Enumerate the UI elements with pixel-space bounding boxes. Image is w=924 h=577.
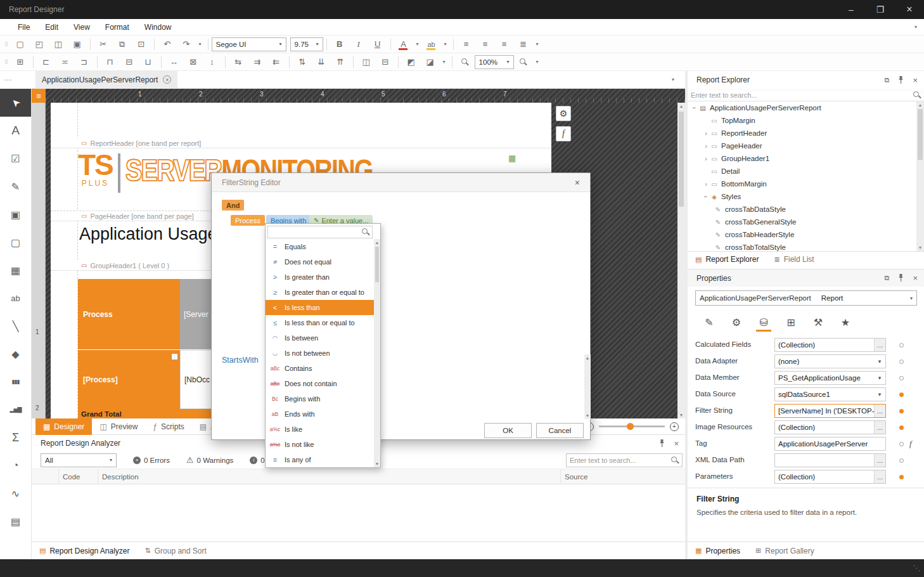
- picturebox-tool[interactable]: ▣: [0, 200, 31, 228]
- property-row-data-adapter[interactable]: Data Adapter (none)▾: [688, 353, 924, 370]
- favorites-star-icon[interactable]: ★: [835, 313, 856, 332]
- design-vertical-scrollbar[interactable]: ▲ ▼: [677, 103, 685, 418]
- dialog-scrollbar[interactable]: ▲ ▼: [584, 354, 591, 419]
- font-name-combo[interactable]: Segoe UI ▾: [212, 37, 286, 51]
- same-size-button[interactable]: ⊠: [184, 55, 203, 70]
- selected-object-combo[interactable]: ApplicationUsagePerServerReport Report ▾: [695, 290, 917, 306]
- data-category-icon[interactable]: ⛁: [754, 313, 774, 332]
- behavior-gear-icon[interactable]: ⚙: [726, 313, 747, 332]
- font-size-combo[interactable]: 9.75 ▾: [290, 37, 323, 51]
- table-tool[interactable]: ▦: [0, 256, 31, 284]
- property-row-xml-data-path[interactable]: XML Data Path …: [688, 452, 924, 469]
- richtext-tool[interactable]: ✎: [0, 172, 31, 200]
- summary-tool[interactable]: Σ: [0, 424, 31, 451]
- group-operator-chip[interactable]: And: [222, 200, 244, 211]
- report-title-label[interactable]: Application Usage p: [79, 224, 231, 244]
- pointer-tool[interactable]: ➤: [0, 89, 31, 117]
- scroll-up-icon[interactable]: ▲: [374, 240, 380, 245]
- column-description[interactable]: Description: [98, 469, 561, 484]
- column-code[interactable]: Code: [59, 469, 98, 484]
- dropdown-arrow-icon[interactable]: ▾: [874, 372, 885, 384]
- snap-to-grid-button[interactable]: ⊞: [11, 55, 30, 70]
- property-value[interactable]: sqlDataSource1: [775, 391, 874, 398]
- h-spacing-equal-button[interactable]: ⇆: [229, 55, 248, 70]
- operator-item-is-greater-than-or-equal[interactable]: ≥Is greater than or equal to: [266, 285, 376, 300]
- tab-group-and-sort[interactable]: ⇅ Group and Sort: [137, 542, 214, 560]
- align-tops-button[interactable]: ⊓: [101, 55, 120, 70]
- line-tool[interactable]: ╲: [0, 312, 31, 340]
- ellipsis-button[interactable]: …: [874, 421, 885, 434]
- ellipsis-button[interactable]: …: [874, 470, 885, 483]
- close-icon[interactable]: ×: [913, 75, 918, 85]
- band-settings-button[interactable]: ⚙: [556, 106, 571, 121]
- expression-text[interactable]: StartsWith: [222, 356, 259, 365]
- expression-button[interactable]: f: [556, 126, 571, 141]
- tree-node-reportheader[interactable]: › ▭ ReportHeader: [688, 127, 916, 139]
- close-icon[interactable]: ×: [913, 273, 918, 283]
- copy-button[interactable]: ⧉: [113, 37, 132, 52]
- float-icon[interactable]: ⧉: [885, 274, 890, 282]
- open-button[interactable]: ◰: [30, 37, 49, 52]
- document-tab-active[interactable]: ApplicationUsagePerServerReport ×: [35, 71, 177, 89]
- operator-item-is-not-like[interactable]: a%cIs not like: [266, 437, 376, 452]
- tools-wrench-icon[interactable]: ⚒: [808, 313, 828, 332]
- dialog-titlebar[interactable]: FilterString Editor ×: [212, 173, 590, 192]
- doc-tabs-overflow-icon[interactable]: ▾: [669, 77, 677, 82]
- operator-item-ends-with[interactable]: aBEnds with: [266, 406, 376, 422]
- operator-item-does-not-equal[interactable]: ≠Does not equal: [266, 254, 376, 269]
- operator-item-is-less-than[interactable]: <Is less than: [266, 300, 376, 315]
- tree-node-styles[interactable]: › ◈ Styles: [688, 190, 916, 203]
- chart-tool[interactable]: ▂▅▇: [0, 396, 31, 424]
- align-rights-button[interactable]: ⊐: [75, 55, 94, 70]
- minimize-button[interactable]: –: [837, 0, 866, 19]
- expander-icon[interactable]: ›: [702, 193, 710, 200]
- same-height-button[interactable]: ↕: [203, 55, 222, 70]
- align-center-button[interactable]: ≡: [476, 37, 495, 52]
- errors-counter[interactable]: × 0 Errors: [133, 457, 170, 464]
- zoom-out-button[interactable]: [456, 55, 475, 70]
- analyzer-filter-combo[interactable]: All ▾: [41, 453, 117, 467]
- tree-node-root[interactable]: › ▤ ApplicationUsagePerServerReport: [688, 101, 916, 114]
- save-button[interactable]: ◫: [49, 37, 68, 52]
- property-row-image-resources[interactable]: Image Resources (Collection)…: [688, 419, 924, 436]
- smart-tag-button[interactable]: ⋮: [171, 353, 178, 360]
- property-row-tag[interactable]: Tag ApplicationUsagePerServer f: [688, 436, 924, 452]
- zoom-menu-icon[interactable]: ▾: [533, 59, 542, 65]
- underline-button[interactable]: U: [368, 37, 387, 52]
- h-spacing-increase-button[interactable]: ⇉: [248, 55, 267, 70]
- explorer-search[interactable]: [688, 89, 924, 101]
- menubar-overflow-icon[interactable]: ▾: [911, 24, 920, 30]
- toolbar-drag-grip[interactable]: ⠿: [4, 59, 9, 65]
- shape-tool[interactable]: ◆: [0, 340, 31, 368]
- scrollbar-thumb[interactable]: [918, 109, 923, 160]
- new-report-button[interactable]: ▢: [11, 37, 30, 52]
- crosstab-cell-process-field[interactable]: [Process]: [78, 350, 180, 409]
- align-right-button[interactable]: ≡: [495, 37, 514, 52]
- property-row-data-member[interactable]: Data Member PS_GetApplicationUsage▾: [688, 370, 924, 386]
- highlight-menu-icon[interactable]: ▾: [441, 41, 450, 47]
- property-value[interactable]: (Collection): [775, 424, 874, 431]
- v-spacing-decrease-button[interactable]: ⇈: [331, 55, 350, 70]
- zoom-in-button[interactable]: [514, 55, 533, 70]
- property-row-filter-string[interactable]: Filter String [ServerName] In ('DESKTOP-…: [688, 403, 924, 419]
- scroll-up-icon[interactable]: ▲: [584, 356, 591, 360]
- italic-button[interactable]: I: [349, 37, 368, 52]
- character-comb-tool[interactable]: ab: [0, 284, 31, 312]
- close-button[interactable]: ×: [895, 0, 924, 19]
- warnings-counter[interactable]: ⚠ 0 Warnings: [186, 455, 233, 465]
- explorer-scrollbar[interactable]: ▲ ▼: [916, 101, 924, 251]
- gauge-tool[interactable]: ◔: [0, 451, 31, 479]
- v-spacing-equal-button[interactable]: ⇅: [293, 55, 312, 70]
- maximize-button[interactable]: ❐: [866, 0, 895, 19]
- operator-item-is-between[interactable]: ◠Is between: [266, 330, 376, 346]
- dropdown-arrow-icon[interactable]: ▾: [874, 355, 885, 368]
- undo-button[interactable]: ↶: [158, 37, 177, 52]
- toolbar-drag-grip[interactable]: ⠿: [4, 41, 9, 48]
- tab-report-explorer[interactable]: ▤ Report Explorer: [688, 252, 766, 268]
- font-color-menu-icon[interactable]: ▾: [413, 41, 422, 47]
- operator-item-does-not-contain[interactable]: aBcDoes not contain: [266, 376, 376, 391]
- pin-icon[interactable]: [898, 274, 904, 282]
- tree-node-groupheader1[interactable]: › ▭ GroupHeader1: [688, 152, 916, 165]
- info-counter[interactable]: i 0: [250, 457, 264, 464]
- menu-view[interactable]: View: [66, 19, 98, 36]
